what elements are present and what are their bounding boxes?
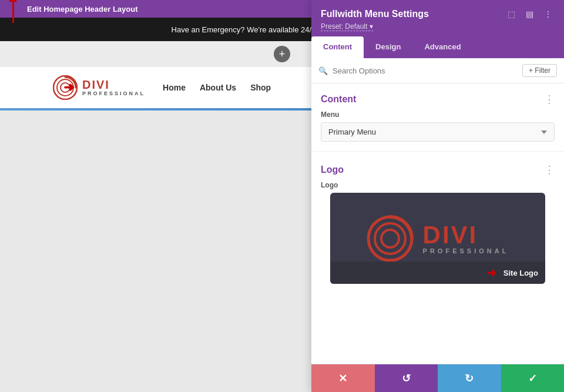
panel-body: Content ⋮ Menu Primary Menu Logo ⋮ Logo: [311, 83, 564, 364]
logo-preview-text-block: DIVI PROFESSIONAL: [423, 223, 509, 254]
add-section-button[interactable]: +: [274, 46, 290, 62]
menu-field-label: Menu: [321, 110, 555, 119]
menu-field-group: Menu Primary Menu: [311, 110, 564, 151]
site-logo-arrow: ➜: [486, 266, 496, 280]
emergency-text: Have an Emergency? We're available 24/7.…: [172, 25, 323, 34]
logo-preview-divi: DIVI: [423, 223, 509, 247]
logo-divi-text: DIVI: [82, 78, 145, 91]
menu-select[interactable]: Primary Menu: [321, 122, 555, 142]
content-menu-icon[interactable]: ⋮: [544, 93, 555, 106]
nav-links: Home About Us Shop: [163, 83, 271, 92]
nav-about[interactable]: About Us: [200, 83, 236, 92]
content-section-title: Content: [321, 94, 356, 105]
tab-advanced[interactable]: Advanced: [412, 36, 472, 58]
redo-button[interactable]: ↻: [438, 364, 501, 392]
logo-preview-professional: PROFESSIONAL: [423, 247, 509, 254]
nav-home[interactable]: Home: [163, 83, 186, 92]
content-section-header: Content ⋮: [311, 83, 564, 110]
expand-icon[interactable]: ⬚: [505, 8, 518, 20]
filter-button[interactable]: + Filter: [522, 64, 557, 77]
logo-section-title: Logo: [321, 165, 344, 175]
svg-point-5: [381, 230, 399, 247]
logo-preview-content: DIVI PROFESSIONAL: [367, 215, 509, 262]
panel-header-icons: ⬚ ▤ ⋮: [505, 8, 555, 20]
logo-pointer-arrow: ➜: [63, 80, 74, 95]
panel-title: Fullwidth Menu Settings: [321, 9, 429, 19]
panel-tabs: Content Design Advanced: [311, 36, 564, 58]
panel-preset[interactable]: Preset: Default ▾: [321, 22, 555, 31]
search-input[interactable]: [333, 66, 518, 75]
action-bar: ✕ ↺ ↻ ✓: [311, 364, 564, 392]
cancel-button[interactable]: ✕: [311, 364, 375, 392]
editor-bar-label: Edit Homepage Header Layout: [27, 5, 138, 14]
panel-title-row: Fullwidth Menu Settings ⬚ ▤ ⋮: [321, 8, 555, 20]
svg-point-4: [375, 223, 405, 254]
panel-header: Fullwidth Menu Settings ⬚ ▤ ⋮ Preset: De…: [311, 0, 564, 36]
nav-shop[interactable]: Shop: [250, 83, 271, 92]
panel-search-bar: 🔍 + Filter: [311, 58, 564, 83]
logo-text-block: DIVI PROFESSIONAL: [82, 78, 145, 97]
columns-icon[interactable]: ▤: [523, 8, 536, 20]
logo-menu-icon[interactable]: ⋮: [544, 163, 555, 176]
settings-panel: Fullwidth Menu Settings ⬚ ▤ ⋮ Preset: De…: [311, 0, 564, 392]
logo-field-label: Logo: [321, 181, 555, 189]
logo-site-label-bar: ➜ Site Logo: [330, 262, 545, 284]
logo-preview-svg: [367, 215, 414, 262]
logo-professional-text: PROFESSIONAL: [82, 91, 145, 97]
tab-design[interactable]: Design: [364, 36, 412, 58]
logo-preview-box[interactable]: DIVI PROFESSIONAL ➜ Site Logo: [330, 193, 545, 284]
undo-button[interactable]: ↺: [375, 364, 438, 392]
logo-section-header: Logo ⋮: [311, 154, 564, 181]
search-icon: 🔍: [318, 66, 328, 75]
more-icon[interactable]: ⋮: [542, 8, 555, 20]
logo-field-group: Logo DIVI PROFESSIONAL: [311, 181, 564, 303]
site-logo-label: Site Logo: [503, 269, 538, 277]
tab-content[interactable]: Content: [311, 36, 364, 58]
save-button[interactable]: ✓: [501, 364, 565, 392]
logo-section: Logo ⋮ Logo D: [311, 151, 564, 303]
panel-preset-text[interactable]: Preset: Default ▾: [321, 22, 373, 31]
